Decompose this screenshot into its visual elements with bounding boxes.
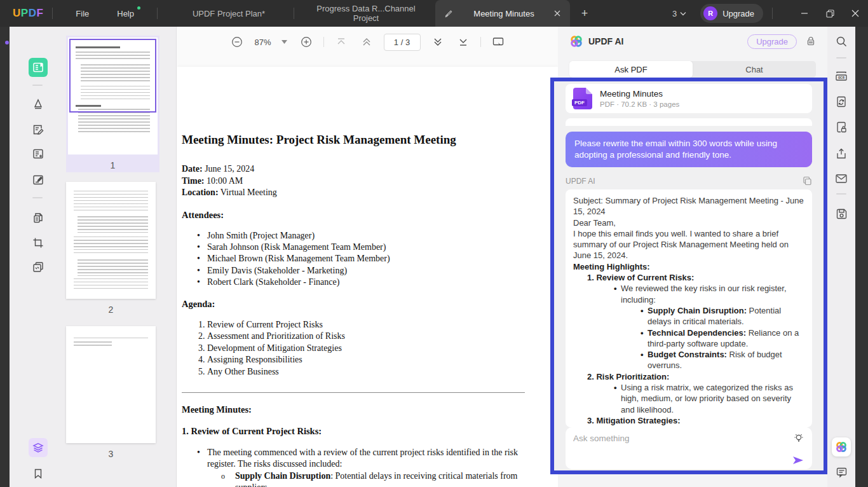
first-page-button[interactable] bbox=[333, 34, 349, 50]
ai-upgrade-button[interactable]: Upgrade bbox=[747, 34, 797, 49]
divider bbox=[480, 37, 481, 47]
tab-count-value: 3 bbox=[672, 9, 677, 18]
ask-input[interactable] bbox=[573, 434, 764, 443]
ask-input-card[interactable] bbox=[566, 427, 812, 469]
ocr-icon[interactable]: OCR bbox=[833, 68, 850, 85]
presentation-mode-button[interactable] bbox=[490, 34, 506, 50]
protect-icon[interactable] bbox=[833, 119, 850, 135]
page-indicator-value: 1 / 3 bbox=[394, 38, 410, 47]
list-item: Review of Current Project Risks bbox=[207, 319, 531, 331]
section-divider bbox=[182, 392, 525, 393]
close-tab-icon[interactable] bbox=[553, 10, 561, 17]
list-item: Sarah Johnson (Risk Management Team Memb… bbox=[196, 242, 531, 253]
list-item: Assessment and Prioritization of Risks bbox=[207, 331, 531, 343]
page-indicator-input[interactable]: 1 / 3 bbox=[384, 34, 421, 51]
tab-ask-pdf[interactable]: Ask PDF bbox=[569, 61, 693, 78]
ai-conversation-highlighted: PDF Meeting Minutes PDF · 70.2 KB · 3 pa… bbox=[550, 78, 827, 474]
divider bbox=[772, 8, 773, 19]
page-thumbnails-toggle-active[interactable] bbox=[29, 438, 48, 457]
send-icon[interactable] bbox=[792, 455, 804, 465]
thumbnail-page-number: 3 bbox=[66, 449, 156, 459]
document-page[interactable]: Meeting Minutes: Project Risk Management… bbox=[177, 67, 558, 487]
pdf-toolbar: 87% 1 / 3 bbox=[177, 27, 558, 57]
logo-letter: D bbox=[29, 7, 37, 20]
menu-help[interactable]: Help bbox=[103, 0, 148, 27]
restore-button[interactable] bbox=[817, 0, 843, 27]
edit-text-icon[interactable] bbox=[29, 120, 48, 139]
left-edge-strip bbox=[0, 27, 10, 487]
updf-logo: U P D F bbox=[13, 7, 43, 20]
titlebar: U P D F File Help UPDF Project Plan* Pro… bbox=[0, 0, 868, 27]
thumbnail-page-1-preview bbox=[68, 38, 158, 154]
divider bbox=[836, 57, 846, 58]
pdf-viewer: 87% 1 / 3 Meeting Minutes: Project Risk … bbox=[177, 27, 558, 487]
form-tool-icon[interactable] bbox=[29, 144, 48, 163]
list-item: Robert Clark (Stakeholder - Finance) bbox=[196, 277, 531, 288]
minutes-heading: Meeting Minutes: bbox=[182, 404, 531, 415]
tab-updf-project-plan[interactable]: UPDF Project Plan* bbox=[166, 0, 291, 27]
previous-page-button[interactable] bbox=[358, 34, 375, 50]
tab-meeting-minutes[interactable]: Meeting Minutes bbox=[435, 0, 570, 27]
divider bbox=[294, 8, 294, 19]
list-item: Emily Davis (Stakeholder - Marketing) bbox=[196, 265, 531, 277]
new-tab-button[interactable]: + bbox=[574, 3, 595, 24]
divider bbox=[836, 193, 846, 195]
list-item: Assigning Responsibilities bbox=[207, 354, 531, 366]
copy-icon[interactable] bbox=[803, 176, 812, 186]
svg-text:OCR: OCR bbox=[838, 76, 845, 80]
responder-label: UPDF AI bbox=[566, 177, 595, 186]
thumbnail-page-3[interactable]: 3 bbox=[66, 326, 156, 459]
crop-tool-icon[interactable] bbox=[29, 233, 48, 252]
tab-chat[interactable]: Chat bbox=[693, 61, 816, 78]
section1-sublist: Supply Chain Disruption: Potential delay… bbox=[221, 470, 531, 487]
updf-ai-floating-icon[interactable] bbox=[832, 437, 851, 456]
section1-heading: 1. Review of Current Project Risks: bbox=[182, 426, 531, 437]
list-item: The meeting commenced with a review of t… bbox=[196, 447, 531, 470]
tab-label: Meeting Minutes bbox=[454, 9, 553, 18]
reader-tool-active[interactable] bbox=[29, 58, 48, 77]
comment-icon[interactable] bbox=[833, 464, 850, 481]
ai-response-body: Subject: Summary of Project Risk Managem… bbox=[573, 195, 804, 426]
convert-icon[interactable] bbox=[833, 93, 850, 110]
avatar: R bbox=[703, 6, 717, 20]
menu-help-label: Help bbox=[117, 9, 134, 18]
zoom-level: 87% bbox=[254, 38, 271, 47]
next-page-button[interactable] bbox=[430, 34, 446, 50]
zoom-out-button[interactable] bbox=[229, 34, 245, 50]
close-window-button[interactable] bbox=[843, 0, 868, 27]
right-tool-rail: OCR bbox=[827, 27, 855, 487]
zoom-dropdown-caret[interactable] bbox=[280, 34, 289, 50]
mail-icon[interactable] bbox=[833, 170, 850, 187]
thumbnail-viewport-indicator bbox=[69, 39, 156, 113]
bookmark-panel-icon[interactable] bbox=[29, 464, 48, 483]
divider bbox=[32, 85, 43, 86]
stamp-tool-icon[interactable] bbox=[29, 257, 48, 277]
lock-icon[interactable] bbox=[806, 36, 816, 46]
last-page-button[interactable] bbox=[455, 34, 471, 50]
file-meta: PDF · 70.2 KB · 3 pages bbox=[600, 100, 679, 108]
thumbnail-page-2[interactable]: 2 bbox=[66, 182, 156, 315]
list-item: Any Other Business bbox=[207, 366, 531, 378]
file-card[interactable]: PDF Meeting Minutes PDF · 70.2 KB · 3 pa… bbox=[566, 84, 812, 113]
thumbnail-page-1[interactable]: 1 bbox=[66, 36, 159, 172]
tab-progress-data[interactable]: Progress Data R...Channel Project bbox=[297, 0, 435, 27]
idea-lightbulb-icon[interactable] bbox=[793, 432, 804, 444]
share-icon[interactable] bbox=[833, 146, 850, 162]
annotate-pen-icon[interactable] bbox=[29, 95, 48, 114]
tab-count-dropdown[interactable]: 3 bbox=[672, 9, 686, 18]
thumbnail-page-3-preview bbox=[66, 326, 156, 443]
organize-pages-icon[interactable] bbox=[29, 209, 48, 228]
panel-handle-dot[interactable] bbox=[5, 41, 9, 45]
zoom-in-button[interactable] bbox=[298, 34, 315, 50]
ai-panel-title: UPDF AI bbox=[588, 36, 623, 46]
divider bbox=[323, 37, 324, 47]
menu-file[interactable]: File bbox=[62, 0, 103, 27]
upgrade-label: Upgrade bbox=[722, 9, 754, 18]
account-upgrade-button[interactable]: R Upgrade bbox=[700, 4, 763, 23]
search-icon[interactable] bbox=[833, 33, 850, 50]
minimize-button[interactable] bbox=[792, 0, 817, 27]
right-edge-strip bbox=[855, 27, 868, 487]
save-icon[interactable] bbox=[833, 205, 850, 222]
sign-tool-icon[interactable] bbox=[29, 170, 48, 189]
divider bbox=[32, 197, 43, 198]
